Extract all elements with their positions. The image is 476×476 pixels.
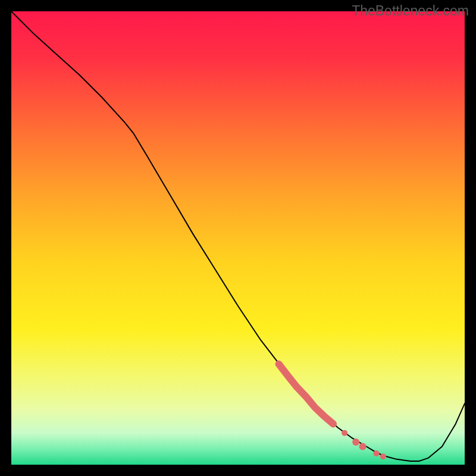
plot-area bbox=[11, 11, 465, 465]
marker-4 bbox=[380, 453, 386, 459]
marker-0 bbox=[342, 430, 347, 436]
watermark-text: TheBottleneck.com bbox=[352, 3, 469, 19]
chart-container: TheBottleneck.com bbox=[0, 0, 476, 476]
marker-2 bbox=[359, 443, 367, 450]
marker-1 bbox=[352, 439, 359, 446]
chart-svg bbox=[11, 11, 465, 465]
marker-3 bbox=[373, 450, 379, 456]
gradient-background bbox=[11, 11, 465, 465]
